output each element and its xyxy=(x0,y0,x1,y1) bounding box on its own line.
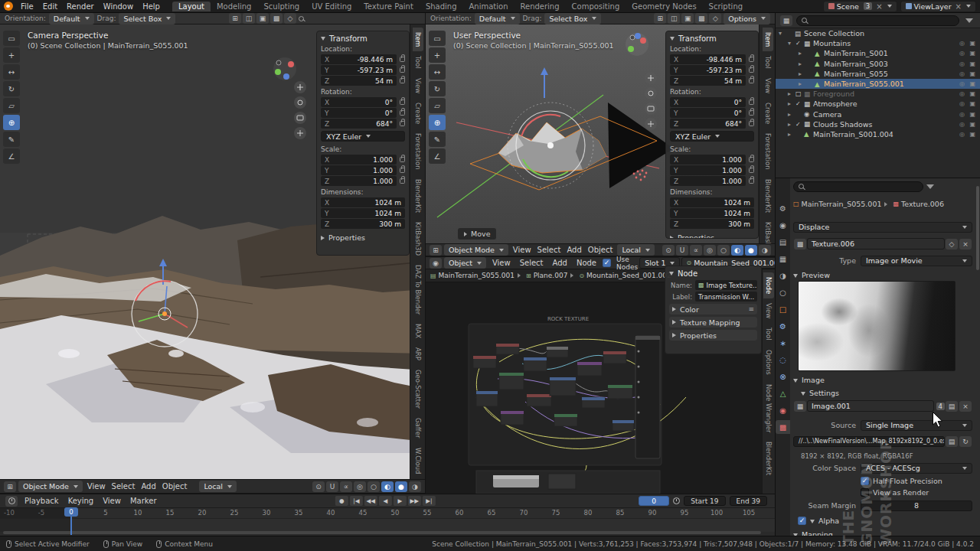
lock-icon[interactable] xyxy=(749,166,754,174)
viewport-tool-button[interactable]: + xyxy=(3,47,20,63)
workspace-tab[interactable]: Layout xyxy=(172,2,211,11)
viewport-header-icon[interactable]: ◑ xyxy=(409,481,421,492)
rotation-field[interactable]: X0° xyxy=(670,97,746,107)
expand-arrow-icon[interactable]: ▾ xyxy=(779,30,786,37)
workspace-tab[interactable]: Modeling xyxy=(211,2,258,11)
node-name-field[interactable]: ▩Image Texture.... xyxy=(695,280,757,290)
properties-tab[interactable]: ⚙ xyxy=(776,319,791,333)
properties-tab[interactable]: ▤ xyxy=(776,235,791,249)
lock-icon[interactable] xyxy=(749,109,754,117)
mode-dropdown[interactable]: Object Mode xyxy=(18,481,83,492)
transport-button[interactable]: ▶▶ xyxy=(408,496,421,506)
lock-icon[interactable] xyxy=(749,77,754,85)
mode-dropdown[interactable]: Object Mode xyxy=(444,244,508,256)
properties-tab[interactable]: ⊗ xyxy=(776,370,791,383)
sidebar-tab[interactable]: Gaffer xyxy=(413,413,423,442)
timeline-scrollbar[interactable] xyxy=(3,531,761,534)
viewport-tool-button[interactable]: ↔ xyxy=(429,64,446,80)
viewport-tool-button[interactable]: ▱ xyxy=(429,98,446,113)
visibility-toggles[interactable]: ◎ ▣ xyxy=(959,131,977,138)
properties-section-header[interactable]: Properties xyxy=(321,233,405,242)
sidebar-tab[interactable]: Options xyxy=(763,345,774,380)
workspace-tab[interactable]: Texture Paint xyxy=(358,2,420,11)
sidebar-tab[interactable]: Tool xyxy=(413,51,423,73)
sidebar-tab[interactable]: View xyxy=(413,73,423,98)
display-mode-icon[interactable]: ▦ xyxy=(780,15,792,26)
image-name-field[interactable]: Image.001 xyxy=(807,400,934,412)
properties-tab[interactable]: ○ xyxy=(776,285,791,299)
sidebar-tab[interactable]: BlenderKit xyxy=(413,174,423,217)
timeline-menu[interactable]: Marker xyxy=(126,497,162,505)
transform-panel-header[interactable]: Transform xyxy=(670,34,754,43)
scale-field[interactable]: Z1.000 xyxy=(321,176,397,186)
sidebar-tab[interactable]: ARP xyxy=(413,343,423,365)
playhead[interactable]: 0 xyxy=(64,507,78,535)
visibility-toggles[interactable]: ◎ ▣ xyxy=(959,121,977,128)
mapping-section[interactable]: Mapping xyxy=(793,529,972,536)
visibility-toggles[interactable]: ◎ ▣ xyxy=(959,50,977,57)
expand-arrow-icon[interactable]: ▾ xyxy=(788,40,795,47)
topbar-menu[interactable]: Render xyxy=(62,2,99,11)
file-browse-icon[interactable]: ▤ xyxy=(946,436,958,447)
viewport-tool-button[interactable]: ⊕ xyxy=(3,115,20,130)
viewport-header-icon[interactable]: ∝ xyxy=(340,481,352,492)
lock-icon[interactable] xyxy=(400,55,405,64)
lock-icon[interactable] xyxy=(400,177,405,185)
topbar-menu[interactable]: Help xyxy=(138,2,165,11)
search-icon[interactable] xyxy=(299,16,304,21)
expand-arrow-icon[interactable]: ▸ xyxy=(788,111,795,118)
visibility-toggles[interactable]: ◎ ▣ xyxy=(959,90,977,97)
view-as-render-checkbox[interactable] xyxy=(861,488,869,497)
location-field[interactable]: X-98.446 m xyxy=(321,54,397,64)
dimension-field[interactable]: Z300 m xyxy=(321,219,405,229)
properties-section-header[interactable]: Properties xyxy=(670,233,754,239)
transport-button[interactable]: ▶ xyxy=(394,496,407,506)
lock-icon[interactable] xyxy=(749,66,754,74)
viewport-menu[interactable]: Object xyxy=(159,482,191,491)
viewport-header-icon[interactable]: ∝ xyxy=(690,245,702,256)
properties-tab[interactable]: ⚙ xyxy=(776,201,791,215)
viewport-header-icon[interactable]: ◐ xyxy=(731,245,743,256)
exclude-checkbox[interactable]: ✓ xyxy=(795,121,804,128)
texture-name-field[interactable]: Texture.006 xyxy=(807,238,945,249)
viewport-tool-button[interactable]: ∠ xyxy=(3,148,20,164)
sidebar-tab[interactable]: KitBash3D xyxy=(413,217,423,260)
shader-menu[interactable]: Select xyxy=(515,259,548,267)
dimension-field[interactable]: X1024 m xyxy=(670,197,754,207)
drag-dropdown[interactable]: Select Box xyxy=(119,13,175,24)
properties-tab[interactable]: ▦ xyxy=(776,252,791,266)
dimension-field[interactable]: Y1024 m xyxy=(321,208,405,218)
type-dropdown[interactable]: Image or Movie xyxy=(861,256,972,266)
location-field[interactable]: Y-597.23 m xyxy=(321,65,397,75)
expand-arrow-icon[interactable]: ▸ xyxy=(799,50,806,57)
operator-panel-collapsed[interactable]: Move xyxy=(458,228,496,240)
close-icon[interactable]: × xyxy=(956,2,962,11)
expand-arrow-icon[interactable]: ▸ xyxy=(788,121,795,128)
transport-button[interactable]: ◀ xyxy=(379,496,392,506)
viewport-tool-button[interactable]: ∠ xyxy=(429,148,446,164)
sidebar-tab[interactable]: Tool xyxy=(763,51,773,73)
expand-arrow-icon[interactable]: ▸ xyxy=(788,90,795,97)
visibility-toggles[interactable]: ◎ ▣ xyxy=(959,60,977,67)
sidebar-tab[interactable]: Create xyxy=(763,98,773,129)
scale-field[interactable]: Y1.000 xyxy=(321,165,397,175)
outliner-row[interactable]: ▸ □ ▦ Foreground ◎ ▣ xyxy=(776,89,980,99)
node-panel-section[interactable]: Properties xyxy=(669,330,757,341)
half-float-checkbox[interactable]: ✓ xyxy=(861,477,869,485)
scale-field[interactable]: Y1.000 xyxy=(670,165,746,175)
lock-icon[interactable] xyxy=(749,119,754,128)
close-icon[interactable]: × xyxy=(876,2,882,11)
expand-arrow-icon[interactable]: ▸ xyxy=(788,100,795,107)
shader-menu[interactable]: Add xyxy=(548,259,572,267)
viewport-menu[interactable]: Add xyxy=(564,246,584,254)
rotation-field[interactable]: Y0° xyxy=(670,108,746,118)
orientation-dropdown[interactable]: Default xyxy=(475,13,520,24)
sidebar-tab[interactable]: View xyxy=(763,73,773,98)
properties-tab[interactable]: ◑ xyxy=(776,269,791,282)
outliner-row[interactable]: ▸ ✓ ▦ Clouds Shadows ◎ ▣ xyxy=(776,119,980,129)
sidebar-tab[interactable]: View xyxy=(763,298,774,323)
shader-menu[interactable]: View xyxy=(488,259,515,267)
sidebar-tab[interactable]: Geo-Scatter xyxy=(413,365,423,413)
properties-search-input[interactable] xyxy=(807,183,918,191)
workspace-tab[interactable]: Geometry Nodes xyxy=(626,2,702,11)
